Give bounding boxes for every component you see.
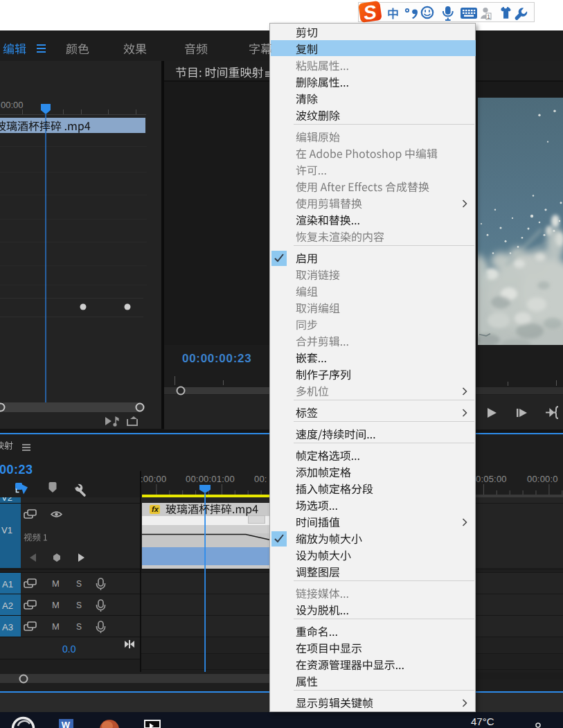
svg-text:1: 1 [487, 13, 490, 20]
svg-text:W: W [62, 720, 71, 728]
svg-text:47°C: 47°C [471, 716, 494, 727]
